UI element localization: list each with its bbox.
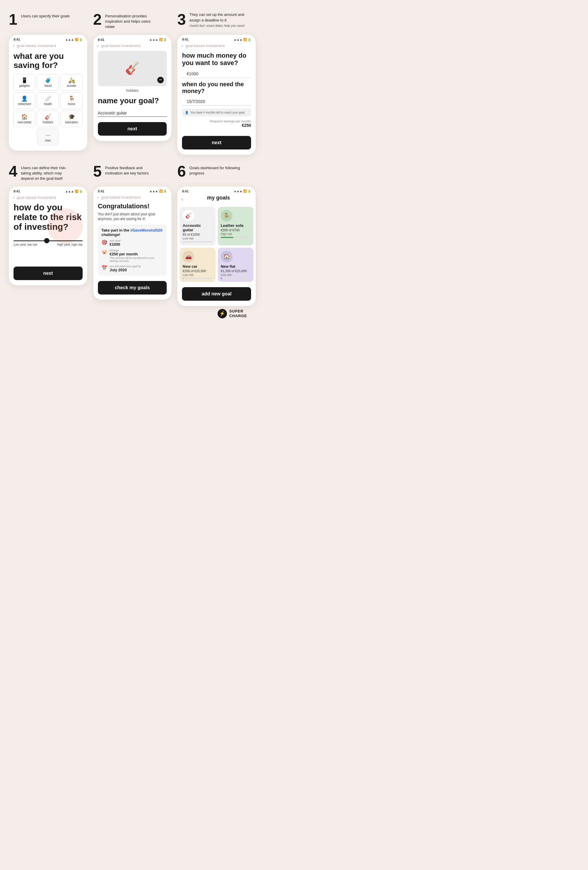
section-6: 6 Goals dashboard for following progress… — [177, 164, 256, 306]
phone-5-status: 9:41 ▲▲▲ 📶 🔋 — [93, 186, 172, 194]
calendar-icon: 📅 — [101, 265, 107, 271]
phone-5-icons: ▲▲▲ 📶 🔋 — [149, 189, 167, 193]
risk-bg-circle — [48, 208, 83, 244]
screen2-next-button[interactable]: next — [98, 122, 167, 136]
phone-2-icons: ▲▲▲ 📶 🔋 — [149, 38, 167, 41]
phone-3-nav: ‹ goal-based investment — [177, 42, 256, 51]
phone-1-nav: ‹ goal-based investment — [9, 42, 87, 51]
goal-travel[interactable]: 🧳 travel — [37, 74, 59, 91]
section-3-number: 3 — [177, 12, 186, 27]
phone-3-icons: ▲▲▲ 📶 🔋 — [234, 38, 251, 41]
guitar-card-amount: €0 of €1000 — [183, 233, 200, 236]
health-label: health — [44, 103, 52, 106]
challenge-link[interactable]: #SaveMoreIn2020 — [130, 228, 162, 232]
goal-realestate[interactable]: 🏠 real estate — [13, 111, 35, 127]
guitar-card-icon: 🎸 — [183, 210, 195, 222]
risk-labels: Low yield, low risk High yield, high ris… — [13, 243, 83, 246]
risk-label-left: Low yield, low risk — [13, 243, 37, 246]
main-grid: 1 Users can specify their goals 9:41 ▲▲▲… — [9, 12, 256, 306]
risk-thumb[interactable] — [44, 238, 49, 243]
phone-4-icons: ▲▲▲ 📶 🔋 — [65, 190, 82, 193]
hobbies-image: 🎸 ✏ — [98, 51, 167, 86]
phone-3: 9:41 ▲▲▲ 📶 🔋 ‹ goal-based investment how… — [177, 35, 256, 155]
congrats-desc: You don't just dream about your goal any… — [98, 212, 167, 222]
goal-card-guitar[interactable]: 🎸 Accoustic guitar €0 of €1000 Low risk — [180, 207, 215, 245]
flat-progress-bar — [221, 278, 222, 279]
car-progress-bar — [183, 278, 183, 279]
home-label: home — [68, 103, 75, 106]
section-2-header: 2 Personalisation provides inspiration a… — [93, 12, 158, 30]
challenge-row-1-content: your goal €1000 — [110, 239, 120, 247]
goal-card-sofa[interactable]: 🪑 Leather sofa €300 of €700 High risk — [218, 207, 254, 245]
travel-icon: 🧳 — [45, 77, 51, 83]
sofa-card-progress — [221, 237, 251, 238]
car-card-progress — [183, 278, 212, 279]
supercharge-icon: ⚡ — [218, 309, 227, 318]
guitar-card-name: Accoustic guitar — [183, 223, 212, 232]
back-arrow-4[interactable]: ‹ — [13, 195, 15, 200]
ch-label-3: you will reach your goal by — [110, 265, 141, 268]
education-label: education — [65, 121, 78, 124]
section-3: 3 They can set up the amount and assign … — [177, 12, 256, 155]
phone-4-nav: ‹ goal-based investment — [9, 194, 87, 203]
goal-home[interactable]: 🪑 home — [61, 92, 82, 109]
edit-badge[interactable]: ✏ — [157, 77, 164, 83]
challenge-row-2: 🐷 savings €250 per month This amount wil… — [101, 249, 163, 262]
phone-5: 9:41 ▲▲▲ 📶 🔋 ‹ goal-based investment Con… — [93, 186, 172, 300]
nav-title-4: goal-based investment — [17, 195, 56, 200]
phone-6-icons: ▲▲▲ 📶 🔋 — [234, 189, 251, 193]
phone-5-time: 9:41 — [98, 189, 104, 193]
goal-card-flat[interactable]: 🏠 New flat €1,200 of €25,000 Low risk — [218, 248, 254, 282]
screen1-title: what are you saving for? — [13, 52, 83, 70]
nav-title-1: goal-based investment — [17, 43, 56, 48]
goal-health[interactable]: 🩹 health — [37, 92, 59, 109]
car-card-name: New car — [183, 264, 197, 269]
guitar-image-icon: 🎸 — [125, 61, 140, 75]
phone-4: 9:41 ▲▲▲ 📶 🔋 ‹ goal-based investment how… — [9, 186, 87, 285]
sofa-progress-bar — [221, 237, 234, 238]
retirement-label: retirement — [18, 103, 31, 106]
back-arrow-1[interactable]: ‹ — [13, 43, 15, 48]
hobbies-icon: 🎸 — [45, 114, 51, 119]
sofa-card-risk: High risk — [221, 232, 232, 236]
ch-sub-2: This amount will be transferred to your … — [110, 256, 163, 262]
challenge-subheading: challenge! — [101, 232, 120, 237]
goal-grid: 📱 gadgets 🧳 travel 🛵 scooter 👤 retiremen… — [13, 74, 83, 145]
goal-misc[interactable]: ··· misc — [37, 129, 59, 145]
back-arrow-3[interactable]: ‹ — [181, 43, 183, 48]
gadgets-icon: 📱 — [21, 77, 28, 83]
screen1-content: what are you saving for? 📱 gadgets 🧳 tra… — [9, 51, 87, 145]
flat-card-progress — [221, 278, 251, 279]
screen4-next-button[interactable]: next — [13, 267, 83, 280]
phone-1-time: 9:41 — [13, 38, 20, 41]
goal-retirement[interactable]: 👤 retirement — [13, 92, 35, 109]
back-arrow-2[interactable]: ‹ — [97, 43, 99, 49]
goal-scooter[interactable]: 🛵 scooter — [61, 74, 82, 91]
back-arrow-6[interactable]: ‹ — [181, 197, 183, 202]
goal-card-car[interactable]: 🚗 New car €200 of €15,000 Low risk — [180, 248, 215, 282]
goal-education[interactable]: 🎓 education — [61, 111, 82, 127]
risk-label-right: High yield, high risk — [57, 243, 83, 246]
scooter-icon: 🛵 — [68, 77, 75, 83]
sofa-card-icon: 🪑 — [221, 210, 233, 222]
back-arrow-5[interactable]: ‹ — [97, 195, 99, 200]
goal-name-input[interactable] — [98, 109, 167, 117]
flat-card-icon: 🏠 — [221, 251, 233, 262]
section-2-desc: Personalisation provides inspiration and… — [105, 12, 158, 30]
guitar-card-risk: Low risk — [183, 237, 193, 240]
ch-label-2: savings — [110, 249, 163, 252]
check-my-goals-button[interactable]: check my goals — [98, 281, 167, 295]
add-new-goal-button[interactable]: add new goal — [182, 287, 251, 301]
screen3-next-button[interactable]: next — [182, 136, 251, 149]
piggy-icon: 🐷 — [101, 249, 107, 255]
realestate-label: real estate — [18, 121, 31, 124]
retirement-icon: 👤 — [21, 96, 28, 101]
date-value: 15/7/2020 — [182, 99, 251, 106]
goal-gadgets[interactable]: 📱 gadgets — [13, 74, 35, 91]
section-3-header: 3 They can set up the amount and assign … — [177, 12, 256, 30]
scooter-label: scooter — [67, 84, 76, 87]
goal-hobbies[interactable]: 🎸 hobbies — [37, 111, 59, 127]
phone-6-time: 9:41 — [182, 189, 189, 193]
phone-3-status: 9:41 ▲▲▲ 📶 🔋 — [177, 35, 256, 42]
phone-1-status: 9:41 ▲▲▲ 📶 🔋 — [9, 35, 87, 42]
